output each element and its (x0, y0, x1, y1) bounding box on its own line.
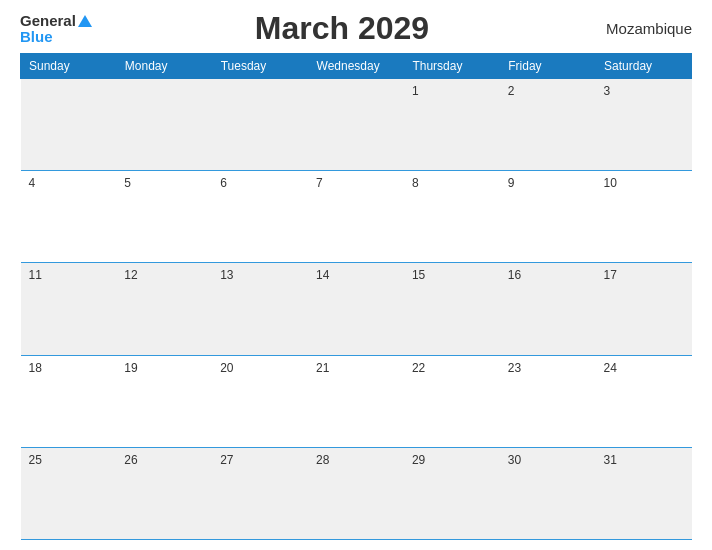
calendar-day-cell: 3 (596, 79, 692, 171)
day-number: 5 (124, 176, 131, 190)
calendar-table: SundayMondayTuesdayWednesdayThursdayFrid… (20, 53, 692, 540)
day-number: 26 (124, 453, 137, 467)
country-label: Mozambique (592, 20, 692, 37)
calendar-day-cell: 21 (308, 355, 404, 447)
calendar-day-cell: 2 (500, 79, 596, 171)
calendar-week-row: 45678910 (21, 171, 692, 263)
calendar-day-cell: 22 (404, 355, 500, 447)
calendar-day-cell: 12 (116, 263, 212, 355)
calendar-day-cell: 13 (212, 263, 308, 355)
calendar-day-cell: 5 (116, 171, 212, 263)
day-number: 30 (508, 453, 521, 467)
day-number: 2 (508, 84, 515, 98)
calendar-day-cell: 31 (596, 447, 692, 539)
calendar-day-cell: 26 (116, 447, 212, 539)
calendar-day-cell: 30 (500, 447, 596, 539)
day-number: 15 (412, 268, 425, 282)
weekday-header-friday: Friday (500, 54, 596, 79)
calendar-day-cell: 9 (500, 171, 596, 263)
day-number: 21 (316, 361, 329, 375)
day-number: 8 (412, 176, 419, 190)
calendar-day-cell: 24 (596, 355, 692, 447)
calendar-week-row: 18192021222324 (21, 355, 692, 447)
day-number: 9 (508, 176, 515, 190)
calendar-day-cell: 14 (308, 263, 404, 355)
calendar-day-cell: 18 (21, 355, 117, 447)
weekday-header-saturday: Saturday (596, 54, 692, 79)
page-header: General Blue March 2029 Mozambique (20, 10, 692, 47)
calendar-day-cell: 19 (116, 355, 212, 447)
day-number: 10 (604, 176, 617, 190)
calendar-day-cell: 20 (212, 355, 308, 447)
day-number: 11 (29, 268, 42, 282)
calendar-day-cell: 17 (596, 263, 692, 355)
day-number: 1 (412, 84, 419, 98)
calendar-day-cell: 10 (596, 171, 692, 263)
calendar-week-row: 11121314151617 (21, 263, 692, 355)
weekday-header-sunday: Sunday (21, 54, 117, 79)
day-number: 13 (220, 268, 233, 282)
calendar-day-cell: 1 (404, 79, 500, 171)
weekday-header-wednesday: Wednesday (308, 54, 404, 79)
calendar-day-cell: 16 (500, 263, 596, 355)
day-number: 24 (604, 361, 617, 375)
day-number: 16 (508, 268, 521, 282)
day-number: 17 (604, 268, 617, 282)
calendar-day-cell (308, 79, 404, 171)
day-number: 25 (29, 453, 42, 467)
calendar-day-cell (212, 79, 308, 171)
day-number: 23 (508, 361, 521, 375)
calendar-day-cell: 7 (308, 171, 404, 263)
calendar-day-cell: 11 (21, 263, 117, 355)
calendar-day-cell: 28 (308, 447, 404, 539)
calendar-week-row: 123 (21, 79, 692, 171)
day-number: 3 (604, 84, 611, 98)
weekday-header-thursday: Thursday (404, 54, 500, 79)
weekday-header-tuesday: Tuesday (212, 54, 308, 79)
weekday-header-monday: Monday (116, 54, 212, 79)
calendar-day-cell: 23 (500, 355, 596, 447)
day-number: 7 (316, 176, 323, 190)
day-number: 6 (220, 176, 227, 190)
calendar-week-row: 25262728293031 (21, 447, 692, 539)
calendar-day-cell: 15 (404, 263, 500, 355)
calendar-day-cell: 27 (212, 447, 308, 539)
calendar-day-cell: 6 (212, 171, 308, 263)
day-number: 22 (412, 361, 425, 375)
calendar-day-cell (116, 79, 212, 171)
calendar-day-cell: 25 (21, 447, 117, 539)
day-number: 28 (316, 453, 329, 467)
logo: General Blue (20, 13, 92, 43)
month-title: March 2029 (92, 10, 592, 47)
day-number: 4 (29, 176, 36, 190)
day-number: 19 (124, 361, 137, 375)
calendar-day-cell (21, 79, 117, 171)
day-number: 20 (220, 361, 233, 375)
day-number: 18 (29, 361, 42, 375)
logo-general-text: General (20, 13, 92, 28)
logo-blue-text: Blue (20, 29, 53, 44)
calendar-day-cell: 8 (404, 171, 500, 263)
day-number: 29 (412, 453, 425, 467)
day-number: 27 (220, 453, 233, 467)
day-number: 14 (316, 268, 329, 282)
logo-triangle-icon (78, 15, 92, 27)
weekday-header-row: SundayMondayTuesdayWednesdayThursdayFrid… (21, 54, 692, 79)
calendar-day-cell: 4 (21, 171, 117, 263)
day-number: 12 (124, 268, 137, 282)
day-number: 31 (604, 453, 617, 467)
calendar-day-cell: 29 (404, 447, 500, 539)
